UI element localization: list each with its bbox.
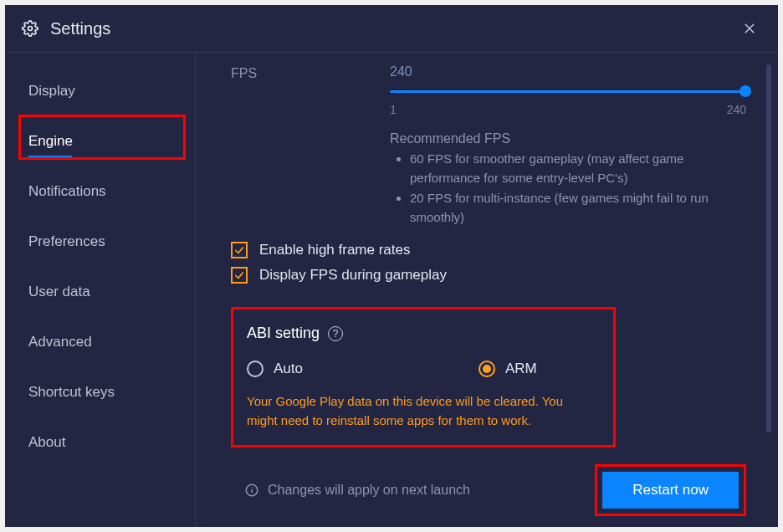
page-title: Settings [50,19,110,38]
radio-label: Auto [274,361,303,377]
checkbox-high-frame-rates[interactable]: Enable high frame rates [231,242,746,258]
gear-icon [22,20,38,37]
header: Settings [5,5,778,53]
info-icon [244,483,259,498]
settings-window: Settings Display Engine Notifications Pr… [5,5,778,527]
abi-radio-arm[interactable]: ARM [478,361,537,377]
sidebar-item-label: Display [28,83,75,99]
abi-radio-auto[interactable]: Auto [247,361,303,377]
content-pane: FPS 240 1 240 Recommended FPS [196,53,778,527]
sidebar-item-label: About [28,434,65,450]
fps-label: FPS [231,64,390,81]
abi-warning-text: Your Google Play data on this device wil… [247,392,596,430]
radio-label: ARM [505,361,537,377]
recommended-fps-title: Recommended FPS [390,131,746,146]
fps-max-label: 240 [727,103,746,116]
recommended-fps-item: 60 FPS for smoother gameplay (may affect… [410,150,746,187]
svg-point-5 [251,487,253,489]
checkbox-display-fps[interactable]: Display FPS during gameplay [231,267,746,284]
sidebar-item-label: Advanced [28,334,92,350]
recommended-fps-item: 20 FPS for multi-instance (few games mig… [410,189,746,227]
sidebar-item-display[interactable]: Display [5,76,195,105]
fps-value: 240 [390,64,746,79]
sidebar-item-notifications[interactable]: Notifications [5,176,195,205]
sidebar-item-label: Shortcut keys [28,384,115,400]
checkbox-label: Enable high frame rates [259,242,411,258]
checkbox-icon [231,242,248,258]
scrollbar[interactable] [766,64,771,432]
sidebar-item-label: Preferences [28,233,105,249]
sidebar: Display Engine Notifications Preferences… [5,53,196,527]
checkbox-label: Display FPS during gameplay [259,267,447,284]
help-icon[interactable]: ? [328,326,343,341]
restart-button[interactable]: Restart now [602,472,739,509]
sidebar-item-engine[interactable]: Engine [5,126,195,155]
sidebar-item-label: User data [28,284,90,299]
abi-setting-section: ABI setting ? Auto ARM [231,307,616,448]
checkbox-icon [231,267,248,284]
svg-point-0 [28,27,33,31]
close-button[interactable] [738,17,761,40]
sidebar-item-advanced[interactable]: Advanced [5,327,195,356]
abi-title: ABI setting [247,325,320,342]
radio-icon [478,361,495,377]
sidebar-item-label: Engine [28,133,73,149]
sidebar-item-user-data[interactable]: User data [5,277,195,305]
annotation-box-restart: Restart now [595,464,746,516]
sidebar-item-shortcut-keys[interactable]: Shortcut keys [5,377,195,406]
sidebar-item-about[interactable]: About [5,427,195,456]
footer-note: Changes will apply on next launch [268,483,470,498]
slider-thumb[interactable] [740,85,751,97]
sidebar-item-preferences[interactable]: Preferences [5,227,195,255]
fps-slider[interactable] [390,84,746,98]
recommended-fps-list: 60 FPS for smoother gameplay (may affect… [390,150,746,227]
radio-icon [247,361,264,377]
sidebar-item-label: Notifications [28,183,106,199]
fps-min-label: 1 [390,103,397,116]
